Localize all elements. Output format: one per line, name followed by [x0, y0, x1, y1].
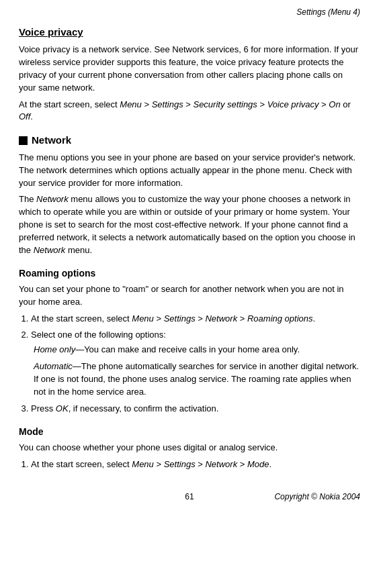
footer-copyright: Copyright © Nokia 2004: [247, 491, 360, 503]
vp-p2-security: Security settings: [193, 99, 257, 109]
vp-p2-off: Off: [19, 111, 30, 121]
roaming-options-title: Roaming options: [19, 266, 360, 280]
roaming-step1-settings: Settings: [164, 313, 196, 324]
vp-p2-sep2: >: [183, 99, 194, 109]
network-paragraph1: The menu options you see in your phone a…: [19, 152, 360, 190]
header-text: Settings (Menu 4): [296, 7, 360, 17]
mode-step1-settings: Settings: [164, 459, 196, 469]
network-heading-text: Network: [32, 133, 71, 148]
mode-title: Mode: [19, 425, 360, 438]
roaming-step1-end: .: [313, 313, 316, 324]
mode-step1-mode: Mode: [247, 459, 269, 469]
roaming-step3: Press OK, if necessary, to confirm the a…: [31, 403, 360, 415]
automatic-text: The phone automatically searches for ser…: [34, 361, 359, 397]
mode-step1-sep3: >: [237, 459, 247, 469]
roaming-step3-text: , if necessary, to confirm the activatio…: [69, 403, 219, 413]
roaming-step1-sep2: >: [196, 313, 206, 324]
mode-step1-end: .: [269, 459, 272, 469]
mode-steps-list: At the start screen, select Menu > Setti…: [19, 458, 360, 471]
vp-p2-sep4: >: [319, 99, 329, 109]
home-only-text: You can make and receive calls in your h…: [84, 344, 300, 354]
net-p2-end: menu.: [65, 245, 92, 255]
home-only-dash: —: [75, 344, 84, 354]
voice-privacy-paragraph1: Voice privacy is a network service. See …: [19, 44, 360, 94]
roaming-step1-menu: Menu: [132, 313, 154, 324]
network-square-icon: [19, 136, 28, 145]
page-number: 61: [132, 491, 246, 503]
mode-step1-network: Network: [205, 459, 237, 469]
mode-step1-prefix: At the start screen, select: [31, 459, 132, 469]
vp-p2-sep1: >: [142, 99, 152, 109]
roaming-step1-prefix: At the start screen, select: [31, 313, 132, 324]
roaming-paragraph1: You can set your phone to "roam" or sear…: [19, 283, 360, 309]
roaming-options-detail: Home only—You can make and receive calls…: [34, 344, 360, 398]
net-p2-network2: Network: [34, 245, 66, 255]
vp-p2-sep3: >: [257, 99, 267, 109]
mode-step1: At the start screen, select Menu > Setti…: [31, 458, 360, 471]
vp-p2-end: .: [30, 111, 33, 121]
roaming-step3-prefix: Press: [31, 403, 56, 413]
vp-p2-on: On: [329, 99, 340, 109]
net-p2-prefix: The: [19, 194, 36, 204]
automatic-dash: —: [73, 361, 81, 371]
mode-step1-menu: Menu: [132, 459, 154, 469]
vp-p2-vp: Voice privacy: [267, 99, 319, 109]
net-p2-network: Network: [36, 194, 69, 204]
vp-p2-settings: Settings: [152, 99, 183, 109]
roaming-step2: Select one of the following options: Hom…: [31, 329, 360, 399]
vp-p2-prefix: At the start screen, select: [19, 99, 120, 109]
vp-p2-menu: Menu: [120, 99, 142, 109]
mode-paragraph1: You can choose whether your phone uses d…: [19, 442, 360, 454]
roaming-steps-list: At the start screen, select Menu > Setti…: [19, 313, 360, 415]
roaming-step1-sep3: >: [237, 313, 247, 324]
network-paragraph2: The Network menu allows you to customize…: [19, 193, 360, 256]
network-heading: Network: [19, 133, 360, 148]
automatic-option: Automatic—The phone automatically search…: [34, 360, 360, 399]
page-footer: 61 Copyright © Nokia 2004: [19, 491, 360, 503]
roaming-step1-network: Network: [205, 313, 237, 324]
voice-privacy-title: Voice privacy: [19, 25, 360, 40]
page-header: Settings (Menu 4): [19, 7, 360, 18]
automatic-label: Automatic: [34, 361, 73, 371]
roaming-step1-roaming: Roaming options: [247, 313, 313, 324]
roaming-step3-ok: OK: [56, 403, 69, 413]
roaming-step1-sep1: >: [154, 313, 164, 324]
vp-p2-mid: or: [341, 99, 351, 109]
roaming-step2-text: Select one of the following options:: [31, 330, 166, 340]
home-only-label: Home only: [34, 344, 75, 354]
roaming-step1: At the start screen, select Menu > Setti…: [31, 313, 360, 326]
voice-privacy-paragraph2: At the start screen, select Menu > Setti…: [19, 99, 360, 124]
mode-step1-sep1: >: [154, 459, 164, 469]
mode-step1-sep2: >: [196, 459, 206, 469]
home-only-option: Home only—You can make and receive calls…: [34, 344, 360, 356]
